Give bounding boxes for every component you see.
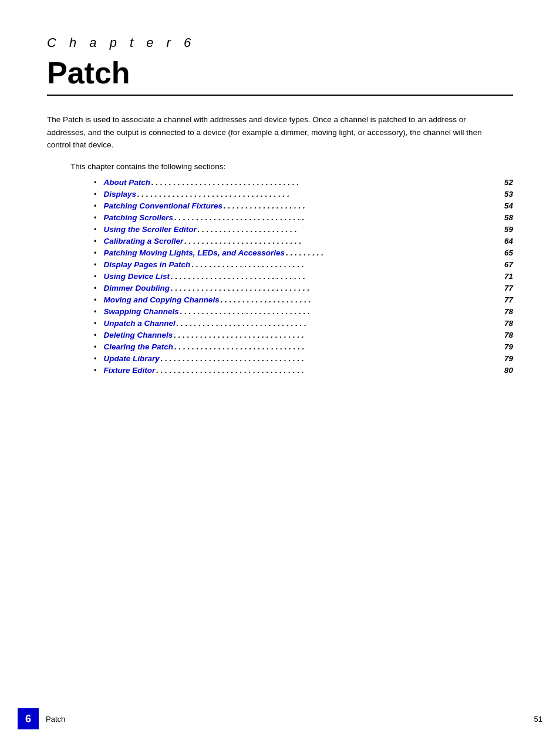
page-footer: 6 Patch 51 [0,708,560,729]
toc-item: •Update Library . . . . . . . . . . . . … [94,354,513,364]
toc-dots: . . . . . . . . . . . . . . . . . . . . … [161,354,503,364]
toc-dots: . . . . . . . . . [286,248,503,258]
toc-bullet: • [94,307,97,316]
toc-item: •Patching Conventional Fixtures. . . . .… [94,201,513,211]
toc-link[interactable]: Update Library [104,354,160,363]
toc-dots: . . . . . . . . . . . . . . . . . . . . … [174,342,503,352]
toc-bullet: • [94,201,97,210]
title-rule [47,95,513,96]
toc-link[interactable]: About Patch [104,178,151,187]
toc-dots: . . . . . . . . . . . . . . . . . . . . … [191,260,503,270]
toc-entry: Fixture Editor . . . . . . . . . . . . .… [104,366,513,375]
toc-entry: Using the Scroller Editor. . . . . . . .… [104,225,513,234]
toc-link[interactable]: Display Pages in Patch [104,260,191,269]
toc-link[interactable]: Patching Moving Lights, LEDs, and Access… [104,248,285,257]
toc-item: •Clearing the Patch . . . . . . . . . . … [94,342,513,352]
toc-item: •Deleting Channels . . . . . . . . . . .… [94,331,513,340]
toc-link[interactable]: Using Device List [104,272,170,281]
toc-bullet: • [94,248,97,257]
toc-intro: This chapter contains the following sect… [70,162,513,171]
toc-item: •Display Pages in Patch . . . . . . . . … [94,260,513,270]
toc-item: •Calibrating a Scroller. . . . . . . . .… [94,237,513,246]
toc-page: 58 [504,213,513,222]
toc-bullet: • [94,260,97,269]
toc-link[interactable]: Clearing the Patch [104,342,174,351]
toc-dots: . . . . . . . . . . . . . . . . . . . . … [221,295,503,305]
content-area: C h a p t e r 6 Patch The Patch is used … [0,0,560,425]
toc-item: •Dimmer Doubling. . . . . . . . . . . . … [94,284,513,293]
toc-bullet: • [94,342,97,351]
toc-page: 79 [504,354,513,363]
toc-dots: . . . . . . . . . . . . . . . . . . . . … [156,366,503,375]
toc-link[interactable]: Swapping Channels [104,307,179,316]
toc-page: 80 [504,366,513,375]
toc-link[interactable]: Displays [104,190,137,198]
toc-bullet: • [94,319,97,328]
toc-page: 59 [504,225,513,234]
toc-page: 67 [504,260,513,269]
toc-entry: Update Library . . . . . . . . . . . . .… [104,354,513,364]
toc-entry: Clearing the Patch . . . . . . . . . . .… [104,342,513,352]
toc-link[interactable]: Fixture Editor [104,366,156,375]
toc-item: •Fixture Editor . . . . . . . . . . . . … [94,366,513,375]
toc-page: 71 [504,272,513,281]
toc-entry: About Patch . . . . . . . . . . . . . . … [104,178,513,187]
toc-page: 52 [504,178,513,187]
toc-entry: Patching Scrollers . . . . . . . . . . .… [104,213,513,223]
toc-bullet: • [94,354,97,363]
toc-bullet: • [94,295,97,304]
footer-page-num: 51 [534,715,542,724]
toc-entry: Deleting Channels . . . . . . . . . . . … [104,331,513,340]
toc-entry: Displays . . . . . . . . . . . . . . . .… [104,190,513,199]
toc-item: •Swapping Channels. . . . . . . . . . . … [94,307,513,317]
toc-page: 53 [504,190,513,198]
toc-bullet: • [94,213,97,222]
toc-link[interactable]: Calibrating a Scroller [104,237,184,245]
toc-entry: Patching Conventional Fixtures. . . . . … [104,201,513,211]
toc-entry: Moving and Copying Channels . . . . . . … [104,295,513,305]
toc-dots: . . . . . . . . . . . . . . . . . . . . … [137,190,503,199]
toc-bullet: • [94,190,97,198]
toc-page: 65 [504,248,513,257]
toc-link[interactable]: Patching Scrollers [104,213,174,222]
toc-bullet: • [94,237,97,245]
toc-dots: . . . . . . . . . . . . . . . . . . . . … [177,319,503,328]
toc-item: •Patching Moving Lights, LEDs, and Acces… [94,248,513,258]
toc-bullet: • [94,272,97,281]
toc-page: 64 [504,237,513,245]
toc-dots: . . . . . . . . . . . . . . . . . . . . … [198,225,503,234]
toc-link[interactable]: Deleting Channels [104,331,173,339]
toc-entry: Swapping Channels. . . . . . . . . . . .… [104,307,513,317]
toc-bullet: • [94,331,97,339]
toc-bullet: • [94,225,97,234]
toc-dots: . . . . . . . . . . . . . . . . . . . . … [171,272,503,281]
toc-item: •Unpatch a Channel . . . . . . . . . . .… [94,319,513,328]
toc-link[interactable]: Moving and Copying Channels [104,295,220,304]
toc-dots: . . . . . . . . . . . . . . . . . . . . … [171,284,503,293]
toc-entry: Dimmer Doubling. . . . . . . . . . . . .… [104,284,513,293]
toc-page: 79 [504,342,513,351]
toc-page: 77 [504,295,513,304]
toc-entry: Using Device List. . . . . . . . . . . .… [104,272,513,281]
toc-dots: . . . . . . . . . . . . . . . . . . . . … [174,213,503,223]
toc-link[interactable]: Patching Conventional Fixtures [104,201,223,210]
toc-entry: Unpatch a Channel . . . . . . . . . . . … [104,319,513,328]
toc-item: •Using the Scroller Editor. . . . . . . … [94,225,513,234]
toc-link[interactable]: Using the Scroller Editor [104,225,197,234]
page-container: C h a p t e r 6 Patch The Patch is used … [0,0,560,747]
toc-page: 78 [504,307,513,316]
toc-item: •Moving and Copying Channels . . . . . .… [94,295,513,305]
toc-entry: Patching Moving Lights, LEDs, and Access… [104,248,513,258]
toc-item: •About Patch . . . . . . . . . . . . . .… [94,178,513,187]
toc-link[interactable]: Unpatch a Channel [104,319,176,328]
toc-dots: . . . . . . . . . . . . . . . . . . . . … [184,237,503,246]
toc-bullet: • [94,178,97,187]
toc-dots: . . . . . . . . . . . . . . . . . . . . … [151,178,503,187]
toc-item: •Using Device List. . . . . . . . . . . … [94,272,513,281]
footer-chapter-name: Patch [46,715,65,724]
toc-dots: . . . . . . . . . . . . . . . . . . . . … [180,307,503,317]
intro-paragraph: The Patch is used to associate a channel… [47,113,493,152]
toc-item: •Patching Scrollers . . . . . . . . . . … [94,213,513,223]
chapter-title: Patch [47,56,513,90]
toc-link[interactable]: Dimmer Doubling [104,284,170,292]
